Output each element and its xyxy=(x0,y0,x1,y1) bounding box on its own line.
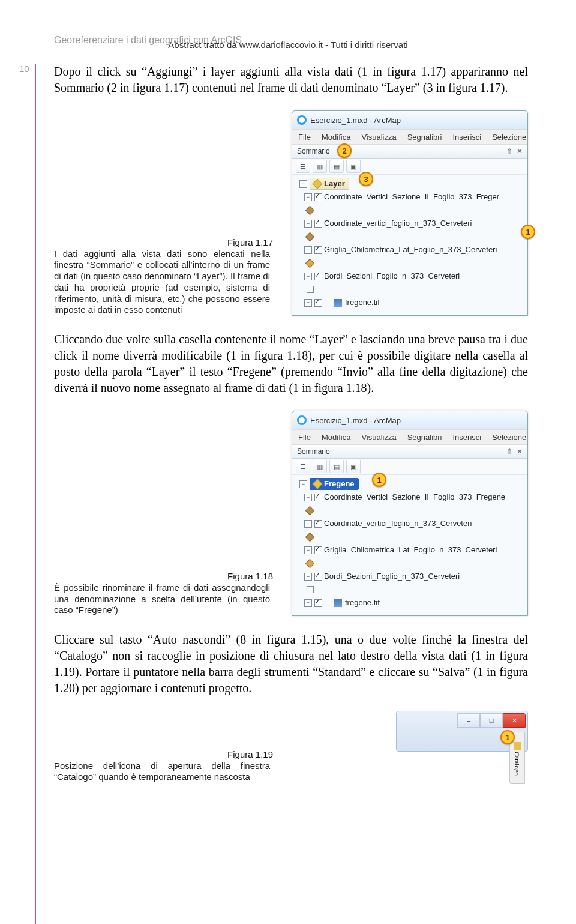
page-number: 10 xyxy=(19,64,29,74)
menu-file[interactable]: File xyxy=(298,433,311,442)
checkbox-icon[interactable] xyxy=(314,599,322,607)
panel-title: Sommario xyxy=(297,147,330,156)
running-head: Georeferenziare i dati geografici con Ar… xyxy=(54,35,528,46)
checkbox-icon[interactable] xyxy=(314,573,322,581)
menu-visualizza[interactable]: Visualizza xyxy=(361,133,396,142)
arcmap-icon xyxy=(297,415,307,425)
toc-btn-source-icon[interactable]: ▥ xyxy=(313,460,327,473)
fig117-toc-tree: −Layer −Coordinate_Vertici_Sezione_II_Fo… xyxy=(292,175,527,315)
callout-1: 1 xyxy=(521,225,535,239)
callout-2: 2 xyxy=(337,143,352,158)
menu-visualizza[interactable]: Visualizza xyxy=(361,433,396,442)
close-button[interactable]: ✕ xyxy=(503,713,526,728)
fig118-layer-1[interactable]: −Coordinate_vertici_foglio_n_373_Cervete… xyxy=(296,517,524,530)
toc-btn-selection-icon[interactable]: ▣ xyxy=(346,160,361,173)
menu-selezione[interactable]: Selezione xyxy=(492,433,526,442)
toc-btn-visibility-icon[interactable]: ▤ xyxy=(329,460,344,473)
fig118-dataframe-row[interactable]: −Fregene xyxy=(296,477,524,491)
raster-icon xyxy=(334,599,342,607)
toc-btn-visibility-icon[interactable]: ▤ xyxy=(329,160,344,173)
fig118-panel-header[interactable]: Sommario ⇑ ✕ xyxy=(292,445,527,459)
menu-segnalibri[interactable]: Segnalibri xyxy=(407,133,442,142)
fig118-layer-0[interactable]: −Coordinate_Vertici_Sezione_II_Foglio_37… xyxy=(296,491,524,504)
close-icon[interactable]: ✕ xyxy=(517,447,523,456)
pin-icon[interactable]: ⇑ xyxy=(506,447,512,456)
fig117-layer-3[interactable]: −Bordi_Sezioni_Foglio_n_373_Cerveteri xyxy=(296,270,524,283)
point-symbol-icon xyxy=(305,258,315,268)
minimize-button[interactable]: – xyxy=(457,713,480,728)
fig118-dataframe-label: Fregene xyxy=(324,480,355,489)
fig118-window-title: Esercizio_1.mxd - ArcMap xyxy=(310,416,401,425)
toc-btn-selection-icon[interactable]: ▣ xyxy=(346,460,361,473)
point-symbol-icon xyxy=(305,558,315,568)
callout-3: 3 xyxy=(359,172,373,186)
polygon-symbol-icon xyxy=(307,586,314,593)
callout-1: 1 xyxy=(372,473,386,487)
fig118-layer-3[interactable]: −Bordi_Sezioni_Foglio_n_373_Cerveteri xyxy=(296,570,524,583)
maximize-button[interactable]: □ xyxy=(480,713,503,728)
checkbox-icon[interactable] xyxy=(314,193,322,201)
fig117-toc-toolbar: ☰ ▥ ▤ ▣ xyxy=(292,159,527,175)
fig117-titlebar[interactable]: Esercizio_1.mxd - ArcMap xyxy=(292,111,527,129)
fig119-caption: Posizione dell’icona di apertura della f… xyxy=(54,761,270,784)
menu-segnalibri[interactable]: Segnalibri xyxy=(407,433,442,442)
paragraph-3: Cliccare sul tasto “Auto nascondi” (8 in… xyxy=(54,632,528,696)
menu-inserisci[interactable]: Inserisci xyxy=(453,133,482,142)
menu-modifica[interactable]: Modifica xyxy=(322,133,350,142)
menu-modifica[interactable]: Modifica xyxy=(322,433,350,442)
checkbox-icon[interactable] xyxy=(314,220,322,228)
fig118-menubar[interactable]: File Modifica Visualizza Segnalibri Inse… xyxy=(292,429,527,445)
paragraph-1: Dopo il click su “Aggiungi” i layer aggi… xyxy=(54,64,528,96)
point-symbol-icon xyxy=(305,205,315,215)
fig117-panel-header[interactable]: Sommario ⇑ ✕ xyxy=(292,145,527,159)
fig117-dataframe-label: Layer xyxy=(324,180,345,189)
fig118-layer-4[interactable]: +fregene.tif xyxy=(296,596,524,609)
fig117-label: Figura 1.17 xyxy=(54,237,273,247)
menu-file[interactable]: File xyxy=(298,133,311,142)
checkbox-icon[interactable] xyxy=(314,520,322,528)
fig118-titlebar[interactable]: Esercizio_1.mxd - ArcMap xyxy=(292,411,527,429)
point-symbol-icon xyxy=(305,532,315,542)
checkbox-icon[interactable] xyxy=(314,273,322,280)
fig118-toc-toolbar: ☰ ▥ ▤ ▣ xyxy=(292,459,527,475)
fig117-layer-1[interactable]: −Coordinate_vertici_foglio_n_373_Cervete… xyxy=(296,217,524,230)
fig117-layer-2[interactable]: −Griglia_Chilometrica_Lat_Foglio_n_373_C… xyxy=(296,243,524,256)
pin-icon[interactable]: ⇑ xyxy=(506,147,512,156)
panel-title: Sommario xyxy=(297,447,330,456)
toc-btn-list-icon[interactable]: ☰ xyxy=(296,460,310,473)
fig118-label: Figura 1.18 xyxy=(54,571,273,581)
fig117-dataframe-row[interactable]: −Layer xyxy=(296,177,524,190)
arcmap-icon xyxy=(297,115,307,125)
fig117-window-title: Esercizio_1.mxd - ArcMap xyxy=(310,116,401,125)
vertical-rule xyxy=(35,64,36,924)
point-symbol-icon xyxy=(305,506,315,515)
fig117-arcmap-window: Esercizio_1.mxd - ArcMap File Modifica V… xyxy=(292,110,528,316)
fig118-caption: È possibile rinominare il frame di dati … xyxy=(54,582,270,616)
toc-btn-list-icon[interactable]: ☰ xyxy=(296,160,310,173)
checkbox-icon[interactable] xyxy=(314,246,322,254)
toc-btn-source-icon[interactable]: ▥ xyxy=(313,160,327,173)
fig118-toc-tree: −Fregene −Coordinate_Vertici_Sezione_II_… xyxy=(292,475,527,615)
checkbox-icon[interactable] xyxy=(314,494,322,501)
fig117-layer-4[interactable]: +fregene.tif xyxy=(296,296,524,309)
close-icon[interactable]: ✕ xyxy=(517,147,523,156)
callout-1: 1 xyxy=(500,730,515,744)
paragraph-2: Cliccando due volte sulla casella conten… xyxy=(54,331,528,396)
fig118-arcmap-window: Esercizio_1.mxd - ArcMap File Modifica V… xyxy=(292,411,528,616)
point-symbol-icon xyxy=(305,232,315,241)
checkbox-icon[interactable] xyxy=(314,546,322,554)
fig118-layer-2[interactable]: −Griglia_Chilometrica_Lat_Foglio_n_373_C… xyxy=(296,543,524,557)
polygon-symbol-icon xyxy=(307,286,314,293)
menu-selezione[interactable]: Selezione xyxy=(492,133,526,142)
checkbox-icon[interactable] xyxy=(314,299,322,307)
fig119-label: Figura 1.19 xyxy=(54,749,273,759)
raster-icon xyxy=(334,299,342,307)
fig117-layer-0[interactable]: −Coordinate_Vertici_Sezione_II_Foglio_37… xyxy=(296,190,524,204)
fig117-caption: I dati aggiunti alla vista dati sono ele… xyxy=(54,249,270,316)
menu-inserisci[interactable]: Inserisci xyxy=(453,433,482,442)
fig117-menubar[interactable]: File Modifica Visualizza Segnalibri Inse… xyxy=(292,129,527,145)
